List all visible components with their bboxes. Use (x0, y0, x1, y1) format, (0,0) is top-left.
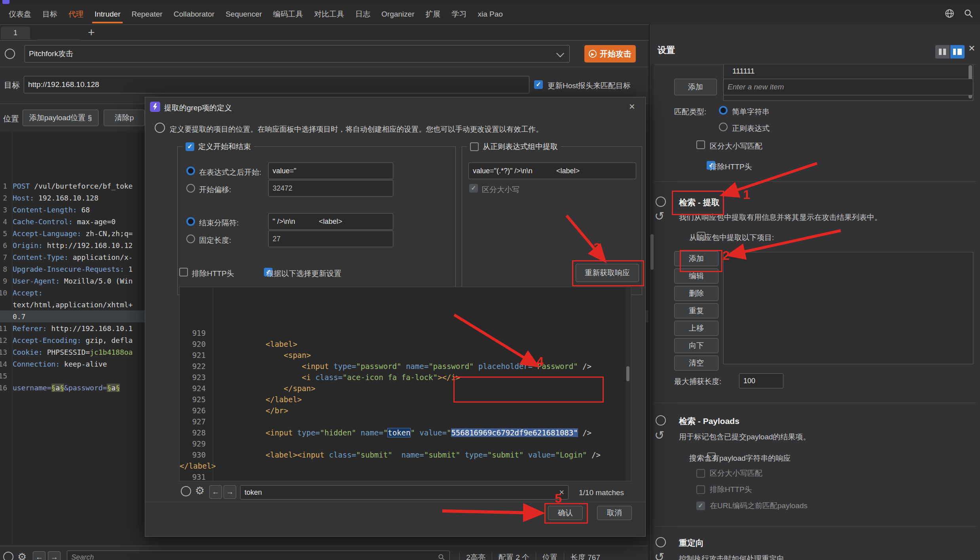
regex-extract-checkbox[interactable] (470, 142, 479, 151)
menu-item[interactable]: Intruder (89, 4, 126, 24)
menu-item[interactable]: Repeater (126, 4, 168, 24)
gear-icon[interactable]: ⚙ (195, 484, 205, 497)
code-line: 921 <span> (180, 350, 631, 361)
extract-list-button[interactable]: 清空 (674, 356, 718, 371)
max-capture-input[interactable]: 100 (739, 373, 783, 388)
layout-toggle-left-button[interactable] (935, 45, 950, 59)
menu-item[interactable]: 学习 (446, 4, 472, 24)
list-item[interactable]: 111111 (732, 67, 754, 76)
help-icon[interactable] (181, 486, 191, 496)
search-payload-label: 搜索含有payload字符串的响应 (689, 453, 791, 464)
menu-item[interactable]: 对比工具 (309, 4, 350, 24)
settings-close-icon[interactable]: × (969, 42, 975, 55)
add-match-item-button[interactable]: 添加 (674, 79, 717, 95)
prev-match-button[interactable]: ← (209, 485, 222, 499)
extract-list-button[interactable]: 重复 (674, 303, 718, 318)
settings-scrollbar-thumb[interactable] (650, 234, 654, 270)
search-icon[interactable] (963, 8, 974, 20)
extract-list[interactable] (723, 252, 973, 364)
line-text: Cache-Control: max-age=0 (13, 218, 116, 226)
code-line: 920 <label> (180, 339, 631, 350)
menu-item[interactable]: Collaborator (168, 4, 220, 24)
line-text: Content-Length: 68 (13, 206, 90, 214)
line-text: <label><input class="submit" name="submi… (211, 450, 601, 459)
attack-tab-1[interactable]: 1 (1, 26, 30, 39)
start-after-expression-radio[interactable] (186, 166, 195, 175)
case-sensitive-checkbox[interactable] (696, 140, 705, 149)
restore-defaults-icon[interactable]: ↺ (654, 211, 664, 221)
dialog-close-icon[interactable]: × (629, 100, 635, 113)
menu-items: 仪表盘目标代理IntruderRepeaterCollaboratorSeque… (0, 4, 508, 24)
end-delimiter-radio[interactable] (186, 217, 195, 226)
payload-sub-option: 排除HTTP头 (696, 485, 808, 494)
search-placeholder: Search (71, 553, 94, 560)
menu-item[interactable]: 仪表盘 (3, 4, 37, 24)
fixed-length-input[interactable]: 27 (268, 231, 393, 247)
help-icon[interactable] (3, 552, 13, 560)
restore-defaults-icon[interactable]: ↺ (654, 430, 664, 441)
menu-item[interactable]: 编码工具 (267, 4, 309, 24)
help-icon[interactable] (5, 49, 15, 59)
menu-item[interactable]: 代理 (63, 4, 89, 24)
add-payload-position-label: 添加payload位置 § (29, 113, 92, 123)
new-item-input[interactable]: Enter a new item (723, 79, 973, 95)
regex-radio[interactable] (719, 123, 728, 131)
next-match-button[interactable]: → (48, 551, 61, 560)
clear-payload-position-button[interactable]: 清除p (104, 110, 145, 126)
menu-item[interactable]: Sequencer (220, 4, 267, 24)
start-offset-input[interactable]: 32472 (268, 180, 393, 197)
extract-list-button[interactable]: 删除 (674, 286, 718, 301)
extract-list-button[interactable]: 上移 (674, 321, 718, 336)
start-attack-button[interactable]: ▶ 开始攻击 (584, 45, 636, 62)
prev-match-button[interactable]: ← (33, 551, 45, 560)
fixed-length-radio[interactable] (186, 235, 195, 243)
help-icon[interactable] (656, 197, 666, 207)
end-delimiter-label: 结束分隔符: (199, 218, 239, 228)
line-number: 16 (0, 384, 7, 392)
menu-item[interactable]: Organizer (376, 4, 420, 24)
start-offset-radio[interactable] (186, 184, 195, 193)
menu-item[interactable]: 目标 (37, 4, 63, 24)
target-value: http://192.168.10.128 (28, 80, 99, 89)
code-scrollbar-thumb[interactable] (626, 366, 629, 381)
code-scrollbar[interactable] (626, 287, 630, 481)
regex-input[interactable]: value="(.*?)" />\n\n <label> (468, 163, 636, 179)
line-number: 920 (180, 340, 211, 348)
settings-scrollbar[interactable] (650, 64, 654, 560)
input-value: value=" (273, 167, 296, 175)
simple-string-radio[interactable] (719, 106, 728, 115)
target-input[interactable]: http://192.168.10.128 (24, 76, 529, 93)
next-match-button[interactable]: → (224, 485, 236, 499)
menu-item[interactable]: 日志 (350, 4, 376, 24)
start-after-expression-input[interactable]: value=" (268, 163, 393, 179)
globe-icon[interactable] (944, 8, 955, 20)
intruder-bolt-icon (150, 102, 160, 112)
input-value: " />\n\n <label> (273, 218, 342, 226)
define-start-end-checkbox[interactable] (186, 142, 194, 151)
dialog-search-input[interactable]: token × (240, 485, 569, 499)
menu-item[interactable]: 扩展 (420, 4, 446, 24)
end-delimiter-input[interactable]: " />\n\n <label> (268, 213, 393, 230)
layout-toggle-right-button[interactable] (950, 45, 965, 59)
line-text: Content-Type: application/x- (13, 253, 133, 261)
bottom-search-input[interactable]: Search (67, 551, 450, 560)
restore-defaults-icon[interactable]: ↺ (654, 552, 664, 560)
add-payload-position-button[interactable]: 添加payload位置 § (23, 110, 99, 126)
update-host-checkbox[interactable] (534, 80, 543, 89)
update-host-label: 更新Host报头来匹配目标 (548, 81, 631, 91)
extract-list-button[interactable]: 向下 (674, 338, 718, 353)
new-tab-button[interactable]: + (88, 26, 95, 39)
define-start-end-label: 定义开始和结束 (198, 142, 251, 152)
annotation-box-refetch (572, 260, 644, 286)
help-icon[interactable] (656, 537, 666, 547)
input-value: 100 (743, 377, 755, 385)
cancel-button[interactable]: 取消 (597, 506, 632, 520)
status-items: 2高亮配置 2 个位置长度 767 (459, 552, 607, 560)
menu-item[interactable]: xia Pao (472, 4, 508, 24)
exclude-http-headers-checkbox[interactable] (179, 268, 188, 276)
redirect-title: 重定向 (679, 537, 704, 549)
attack-type-dropdown[interactable]: Pitchfork攻击 (25, 45, 570, 62)
line-number: 925 (180, 395, 211, 404)
gear-icon[interactable]: ⚙ (17, 551, 27, 560)
help-icon[interactable] (656, 415, 666, 426)
